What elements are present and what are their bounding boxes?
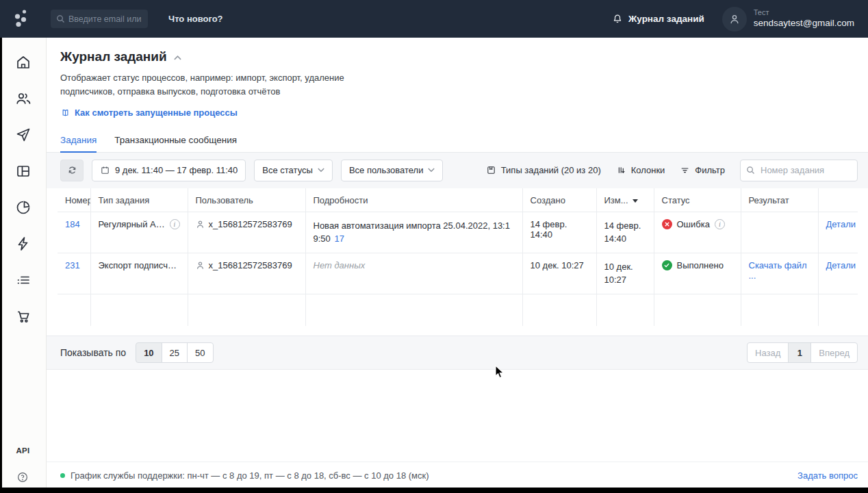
- support-schedule: График службы поддержки: пн-чт — с 8 до …: [71, 470, 429, 481]
- page-description: Отображает статус процессов, например: и…: [60, 71, 382, 99]
- calendar-icon: [100, 165, 110, 175]
- pager-group: Назад 1 Вперед: [747, 342, 858, 363]
- layout-icon[interactable]: [15, 163, 31, 179]
- task-created: 14 февр. 14:40: [531, 219, 567, 240]
- table-header-row: Номер Тип задания Пользователь Подробнос…: [58, 188, 858, 212]
- topbar: Что нового? Журнал заданий Тест sendsayt…: [0, 0, 868, 38]
- info-icon[interactable]: i: [715, 219, 725, 229]
- col-details[interactable]: Подробности: [305, 188, 522, 212]
- app-window: Что нового? Журнал заданий Тест sendsayt…: [0, 0, 868, 493]
- date-range-button[interactable]: 9 дек. 11:40 — 17 февр. 11:40: [92, 160, 246, 181]
- task-number-input[interactable]: [740, 160, 858, 181]
- columns-label: Колонки: [631, 165, 665, 175]
- task-status: Ошибка: [677, 219, 710, 229]
- ask-question-link[interactable]: Задать вопрос: [797, 470, 858, 481]
- table-filler-row: [58, 294, 858, 326]
- col-created[interactable]: Создано: [522, 188, 596, 212]
- pie-chart-icon[interactable]: [15, 199, 31, 216]
- details-button[interactable]: Детали: [826, 219, 856, 229]
- col-type[interactable]: Тип задания: [90, 188, 188, 212]
- page-size-50[interactable]: 50: [187, 342, 213, 363]
- avatar: [722, 7, 747, 31]
- search-icon: [55, 14, 66, 24]
- error-icon: [662, 219, 672, 229]
- info-icon[interactable]: i: [170, 219, 180, 229]
- sendsay-logo[interactable]: [12, 9, 30, 29]
- refresh-button[interactable]: [60, 160, 84, 181]
- table-row: 184 Регулярный API... i: [58, 212, 858, 253]
- chevron-down-icon: [318, 168, 324, 173]
- sidebar-item-api[interactable]: API: [16, 446, 29, 455]
- book-icon: [60, 108, 71, 118]
- users-dropdown[interactable]: Все пользователи: [341, 160, 444, 181]
- details-button[interactable]: Детали: [826, 260, 856, 270]
- lightning-icon[interactable]: [15, 236, 31, 252]
- task-number-link[interactable]: 184: [65, 219, 80, 229]
- col-number[interactable]: Номер: [58, 188, 90, 212]
- task-status: Выполнено: [677, 260, 724, 270]
- task-modified: 10 дек. 10:27: [604, 262, 633, 286]
- journal-button-label: Журнал заданий: [628, 14, 704, 24]
- journal-button[interactable]: Журнал заданий: [612, 13, 704, 25]
- user-meta: Тест sendsaytest@gmail.com: [754, 8, 854, 29]
- tab-tasks[interactable]: Задания: [60, 135, 97, 152]
- page-title: Журнал заданий: [60, 49, 167, 64]
- cart-icon[interactable]: [15, 308, 31, 325]
- task-type: Регулярный API...: [99, 219, 166, 229]
- person-icon: [196, 220, 205, 229]
- prev-page-button[interactable]: Назад: [747, 342, 789, 363]
- columns-button[interactable]: Колонки: [616, 165, 665, 175]
- col-result[interactable]: Результат: [741, 188, 818, 212]
- tab-transactional[interactable]: Транзакционные сообщения: [114, 135, 237, 152]
- columns-icon: [616, 165, 626, 175]
- task-details-empty: Нет данных: [314, 260, 366, 270]
- home-icon[interactable]: [15, 54, 31, 71]
- main-content: Журнал заданий Отображает статус процесс…: [47, 38, 868, 493]
- how-to-link-label: Как смотреть запущенные процессы: [75, 108, 238, 118]
- window-bottom-edge: [0, 488, 868, 493]
- sidebar: API: [0, 38, 47, 493]
- how-to-link[interactable]: Как смотреть запущенные процессы: [60, 108, 238, 118]
- send-icon[interactable]: [15, 127, 31, 143]
- task-number-search: [740, 160, 858, 181]
- page-size-label: Показывать по: [60, 347, 126, 358]
- online-status-dot-icon: [60, 473, 65, 478]
- task-modified: 14 февр. 14:40: [604, 220, 641, 244]
- collapse-chevron-icon[interactable]: [174, 55, 181, 60]
- table-row: 231 Экспорт подписчик...: [58, 253, 858, 294]
- task-number-link[interactable]: 231: [65, 260, 80, 270]
- col-status[interactable]: Статус: [654, 188, 741, 212]
- chevron-down-icon: [428, 168, 435, 173]
- search-icon: [745, 165, 756, 175]
- bell-icon: [612, 13, 623, 25]
- list-icon[interactable]: [15, 272, 31, 288]
- refresh-icon: [67, 165, 77, 175]
- current-page-button[interactable]: 1: [788, 342, 811, 363]
- task-user: x_156812572583769: [209, 260, 292, 270]
- filter-button[interactable]: Фильтр: [680, 165, 725, 175]
- page-size-25[interactable]: 25: [162, 342, 188, 363]
- filter-label: Фильтр: [695, 165, 725, 175]
- download-file-link[interactable]: Скачать файл ...: [749, 260, 807, 281]
- page-size-10[interactable]: 10: [136, 342, 162, 363]
- users-icon[interactable]: [15, 90, 31, 107]
- user-email: sendsaytest@gmail.com: [754, 18, 854, 29]
- filter-icon: [680, 165, 690, 175]
- users-dropdown-label: Все пользователи: [349, 165, 424, 175]
- task-details-link[interactable]: 17: [334, 233, 344, 244]
- whats-new-link[interactable]: Что нового?: [168, 14, 223, 24]
- statuses-dropdown[interactable]: Все статусы: [254, 160, 333, 181]
- window-left-edge: [0, 38, 2, 493]
- col-modified[interactable]: Изм...: [596, 188, 654, 212]
- task-types-button[interactable]: Типы заданий (20 из 20): [486, 165, 601, 175]
- user-name: Тест: [754, 8, 854, 18]
- user-menu[interactable]: Тест sendsaytest@gmail.com: [722, 7, 854, 31]
- tabs: Задания Транзакционные сообщения: [47, 135, 868, 153]
- next-page-button[interactable]: Вперед: [810, 342, 858, 363]
- col-user[interactable]: Пользователь: [188, 188, 305, 212]
- task-created: 10 дек. 10:27: [531, 260, 584, 270]
- statuses-dropdown-label: Все статусы: [262, 165, 313, 175]
- task-user: x_156812572583769: [209, 219, 292, 229]
- help-icon[interactable]: [16, 471, 29, 483]
- toolbar: 9 дек. 11:40 — 17 февр. 11:40 Все статус…: [47, 153, 868, 188]
